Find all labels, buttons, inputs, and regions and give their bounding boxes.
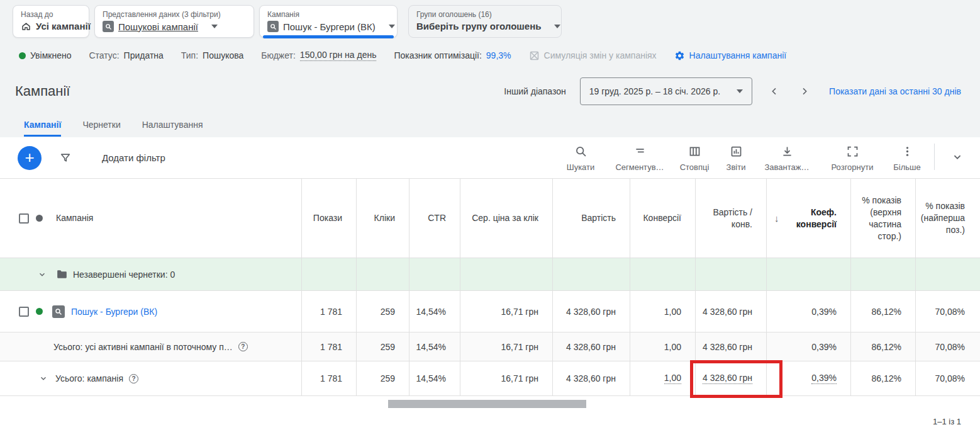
- data-view-value: Пошукові кампанії: [118, 21, 198, 32]
- active-selection-indicator: [263, 35, 394, 38]
- gear-icon: [674, 50, 685, 61]
- next-period-button[interactable]: [796, 83, 813, 99]
- column-avg-cpc[interactable]: Сер. ціна за клік: [460, 179, 552, 258]
- campaign-dropdown[interactable]: Кампанія Пошук - Бургери (ВК): [259, 5, 398, 38]
- previous-period-button[interactable]: [766, 83, 782, 99]
- table-toolbar: + Додати фільтр Шукати Сегментув… Стовпц…: [0, 137, 980, 179]
- ad-groups-dropdown[interactable]: Групи оголошень (16) Виберіть групу огол…: [408, 5, 562, 38]
- table-region: + Додати фільтр Шукати Сегментув… Стовпц…: [0, 137, 980, 426]
- navigation-cards-row: Назад до Усі кампанії Представлення дани…: [0, 0, 980, 38]
- type-value: Пошукова: [203, 50, 243, 60]
- cell-impressions: 1 781: [301, 291, 356, 332]
- status-value: Придатна: [124, 50, 164, 60]
- search-icon: [574, 145, 587, 158]
- columns-button[interactable]: Стовпці: [671, 144, 718, 172]
- budget-field: Бюджет: 150,00 грн на день: [261, 50, 376, 61]
- column-impressions[interactable]: Покази: [301, 179, 356, 258]
- cell-conversions: 1,00: [630, 291, 695, 332]
- collapse-group-chevron[interactable]: [38, 270, 47, 279]
- total-impr-share-abs-top: 70,08%: [915, 332, 980, 361]
- custom-range-label: Інший діапазон: [504, 86, 565, 96]
- filter-icon[interactable]: [59, 152, 72, 164]
- show-last-30-days-link[interactable]: Показати дані за останні 30 днів: [829, 86, 961, 96]
- status-field: Статус: Придатна: [89, 50, 163, 60]
- tab-drafts[interactable]: Чернетки: [82, 120, 120, 137]
- total-campaign-label: Усього: кампанія: [55, 373, 123, 383]
- total2-cost: 4 328,60 грн: [552, 361, 630, 395]
- cell-ctr: 14,54%: [409, 291, 460, 332]
- total2-impressions: 1 781: [301, 361, 356, 395]
- budget-value[interactable]: 150,00 грн на день: [300, 50, 377, 61]
- campaign-settings-button[interactable]: Налаштування кампанії: [674, 50, 787, 61]
- row-checkbox[interactable]: [19, 307, 29, 317]
- more-button[interactable]: Більше: [885, 144, 929, 172]
- status-label: Статус:: [89, 50, 119, 60]
- total-active-label: Усього: усі активні кампанії в поточному…: [53, 342, 233, 352]
- column-ctr[interactable]: CTR: [409, 179, 460, 258]
- total-impr-share-top: 86,12%: [850, 332, 915, 361]
- enabled-status-dot: [36, 308, 43, 315]
- tab-settings[interactable]: Налаштування: [142, 120, 203, 137]
- cell-conv-rate: 0,39%: [766, 291, 850, 332]
- add-campaign-button[interactable]: +: [18, 146, 42, 170]
- collapse-toolbar-button[interactable]: [940, 144, 975, 170]
- column-campaign[interactable]: Кампанія: [56, 212, 93, 224]
- column-impr-share-top[interactable]: % показів (верхня частина стор.): [850, 179, 915, 258]
- search-button[interactable]: Шукати: [553, 144, 608, 172]
- type-field: Тип: Пошукова: [181, 50, 243, 60]
- column-impr-share-abs-top[interactable]: % показів (найперша поз.): [915, 179, 980, 258]
- expand-button[interactable]: Розгорнути: [820, 144, 885, 172]
- cell-clicks: 259: [356, 291, 409, 332]
- total-ctr: 14,54%: [409, 332, 460, 361]
- column-conversions[interactable]: Конверсії: [630, 179, 695, 258]
- column-cost[interactable]: Вартість: [552, 179, 630, 258]
- download-button[interactable]: Завантаж…: [754, 144, 820, 172]
- total2-avg-cpc: 16,71 грн: [460, 361, 552, 395]
- select-all-checkbox[interactable]: [19, 213, 29, 224]
- help-icon[interactable]: ?: [129, 374, 138, 383]
- header-campaign: Кампанія: [0, 179, 301, 258]
- tab-campaigns[interactable]: Кампанії: [24, 120, 61, 137]
- expand-total-chevron[interactable]: [39, 374, 48, 383]
- campaign-name-link[interactable]: Пошук - Бургери (ВК): [71, 307, 157, 317]
- total2-clicks: 259: [356, 361, 409, 395]
- segment-icon: [633, 145, 647, 158]
- total-conversions: 1,00: [630, 332, 695, 361]
- search-campaign-type-icon: [267, 21, 279, 32]
- column-clicks[interactable]: Кліки: [356, 179, 409, 258]
- folder-icon: [57, 270, 67, 279]
- segment-button[interactable]: Сегментув…: [608, 144, 671, 172]
- simulation-label: Симуляція змін у кампаніях: [544, 50, 657, 60]
- data-view-dropdown[interactable]: Представлення даних (3 фільтри) Пошукові…: [94, 5, 254, 38]
- total2-impr-share-top: 86,12%: [850, 361, 915, 395]
- column-cost-per-conv[interactable]: Вартість / конв.: [695, 179, 766, 258]
- date-range-picker[interactable]: 19 груд. 2025 р. – 18 січ. 2026 р.: [580, 77, 752, 105]
- add-filter-button[interactable]: Додати фільтр: [102, 152, 165, 163]
- back-value: Усі кампанії: [36, 21, 91, 31]
- home-icon: [21, 21, 31, 31]
- chevron-down-icon: [211, 25, 218, 28]
- cell-cost: 4 328,60 грн: [552, 291, 630, 332]
- column-conv-rate[interactable]: ↓ Коеф. конверсії: [766, 179, 850, 258]
- back-to-all-campaigns-card[interactable]: Назад до Усі кампанії: [13, 5, 89, 38]
- total2-cost-per-conv: 4 328,60 грн: [695, 361, 766, 395]
- chevron-down-icon: [554, 25, 560, 28]
- data-view-label: Представлення даних (3 фільтри): [103, 10, 246, 19]
- reports-button[interactable]: Звіти: [718, 144, 754, 172]
- optimization-value[interactable]: 99,3%: [486, 50, 511, 60]
- total2-conv-rate: 0,39%: [766, 361, 850, 395]
- enabled-status: Увімкнено: [19, 50, 71, 60]
- pagination-status: 1–1 із 1: [0, 417, 980, 426]
- reports-icon: [730, 145, 743, 158]
- sort-descending-icon: ↓: [774, 212, 779, 224]
- total2-ctr: 14,54%: [409, 361, 460, 395]
- expand-icon: [846, 145, 859, 158]
- date-range-value: 19 груд. 2025 р. – 18 січ. 2026 р.: [589, 86, 720, 96]
- page-title: Кампанії: [15, 83, 70, 99]
- horizontal-scrollbar-thumb[interactable]: [388, 400, 586, 408]
- help-icon[interactable]: ?: [238, 342, 248, 351]
- chevron-down-icon: [389, 25, 395, 28]
- columns-icon: [688, 145, 701, 158]
- more-vertical-icon: [901, 145, 914, 158]
- drafts-group-label: Незавершені чернетки: 0: [73, 270, 175, 280]
